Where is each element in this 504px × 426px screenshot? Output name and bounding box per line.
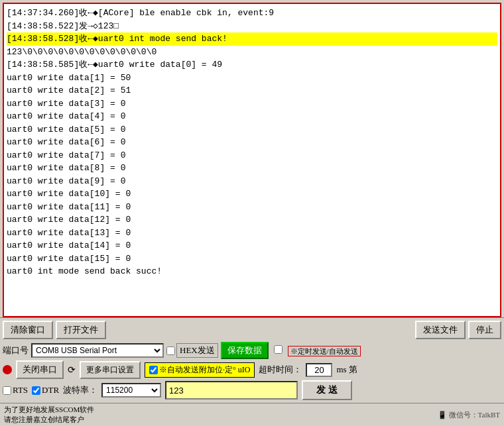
more-settings-button[interactable]: 更多串口设置 [80, 361, 141, 379]
log-line: uart0 write data[5] = 0 [7, 123, 497, 136]
log-area: [14:37:34.260]收←◆[ACore] ble enable cbk … [3, 3, 501, 317]
log-line: uart0 write data[12] = 0 [7, 213, 497, 227]
log-line: [14:37:34.260]收←◆[ACore] ble enable cbk … [7, 7, 497, 20]
send-button[interactable]: 发 送 [302, 380, 352, 400]
log-line: uart0 write data[3] = 0 [7, 97, 497, 111]
rts-dtr-row: RTS DTR 波特率： 115200 9600 19200 38400 576… [3, 380, 501, 400]
log-line: uart0 write data[15] = 0 [7, 252, 497, 266]
footer-row: 为了更好地发展SSCOM软件 请您注册嘉立创结尾客户 📱 微信号：TalkBT [4, 405, 500, 425]
log-line: uart0 write data[1] = 50 [7, 72, 497, 85]
save-data-button[interactable]: 保存数据 [221, 342, 269, 359]
timeout-label: 超时时间： [259, 364, 302, 376]
dtr-checkbox[interactable] [32, 386, 40, 395]
log-line: uart0 int mode send back succ! [7, 265, 497, 278]
log-line: [14:38:58.528]收←◆uart0 int mode send bac… [7, 32, 497, 46]
send-file-button[interactable]: 发送文件 [415, 321, 466, 339]
baud-select[interactable]: 115200 9600 19200 38400 57600 [101, 383, 161, 398]
auto-send-checkbox[interactable] [274, 345, 283, 354]
timeout-input[interactable] [306, 363, 332, 377]
baud-label: 波特率： [63, 384, 97, 396]
port-row: 端口号 COM8 USB Serial Port HEX发送 保存数据 ※定时发… [3, 342, 501, 359]
log-line: [14:38:58.585]收←◆uart0 write data[0] = 4… [7, 58, 497, 72]
rts-checkbox[interactable] [3, 386, 11, 395]
toolbar: 清除窗口 打开文件 发送文件 停止 [0, 317, 504, 341]
send-input[interactable] [165, 381, 298, 399]
log-line: uart0 write data[7] = 0 [7, 149, 497, 162]
log-line: uart0 write data[13] = 0 [7, 227, 497, 240]
log-line: uart0 write data[8] = 0 [7, 162, 497, 175]
rts-group: RTS [3, 385, 28, 396]
log-line: uart0 write data[4] = 0 [7, 110, 497, 123]
stop-button[interactable]: 停止 [468, 321, 501, 339]
log-line: uart0 write data[11] = 0 [7, 201, 497, 214]
log-line: uart0 write data[10] = 0 [7, 187, 497, 201]
open-file-button[interactable]: 打开文件 [56, 321, 106, 339]
log-line: 123\0\0\0\0\0\0\0\0\0\0\0\0\0 [7, 46, 497, 59]
port-select[interactable]: COM8 USB Serial Port [31, 343, 164, 358]
hex-group: HEX发送 [166, 343, 218, 358]
main-container: [14:37:34.260]收←◆[ACore] ble enable cbk … [0, 0, 504, 426]
log-line: uart0 write data[6] = 0 [7, 136, 497, 149]
footer: 为了更好地发展SSCOM软件 请您注册嘉立创结尾客户 📱 微信号：TalkBT [0, 403, 504, 426]
log-line: uart0 write data[14] = 0 [7, 239, 497, 252]
footer-text1: 为了更好地发展SSCOM软件 [4, 405, 94, 415]
status-indicator [3, 365, 12, 374]
auto-send-label: ※定时发送/自动发送 [288, 346, 361, 356]
hex-checkbox[interactable] [166, 346, 175, 355]
hex-label: HEX发送 [176, 343, 218, 358]
log-line: uart0 write data[9] = 0 [7, 175, 497, 188]
wechat-label: 📱 微信号：TalkBT [438, 410, 500, 420]
log-line: [14:38:58.522]发→◇123□ [7, 20, 497, 33]
port-label: 端口号 [3, 345, 29, 356]
controls-row: 关闭串口 ⟳ 更多串口设置 ※自动发送附加位·定° uIO 超时时间： ms 第 [3, 360, 501, 379]
close-port-button[interactable]: 关闭串口 [16, 360, 64, 379]
close-port-label: 关闭串口 [23, 364, 57, 376]
auto-append-checkbox[interactable] [149, 366, 158, 374]
yellow-text: ※自动发送附加位·定° uIO [159, 364, 250, 376]
ms-label: ms 第 [336, 364, 357, 376]
refresh-icon[interactable]: ⟳ [68, 364, 76, 376]
yellow-area: ※自动发送附加位·定° uIO [145, 362, 255, 378]
rts-label: RTS [13, 385, 28, 396]
footer-left: 为了更好地发展SSCOM软件 请您注册嘉立创结尾客户 [4, 405, 94, 425]
bottom-section: 端口号 COM8 USB Serial Port HEX发送 保存数据 ※定时发… [0, 341, 504, 403]
footer-text2: 请您注册嘉立创结尾客户 [4, 415, 94, 425]
clear-window-button[interactable]: 清除窗口 [3, 321, 53, 339]
dtr-label: DTR [42, 385, 59, 396]
dtr-group: DTR [32, 385, 59, 396]
log-line: uart0 write data[2] = 51 [7, 84, 497, 97]
